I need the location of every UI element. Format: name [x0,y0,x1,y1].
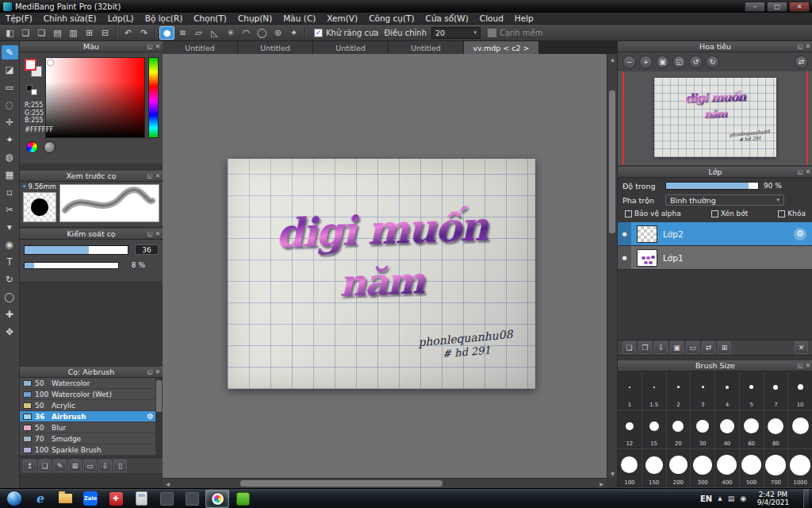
navigator-preview[interactable]: digi muốn năm phonlequanhu08 # hd 291 [618,71,812,165]
marquee-tool[interactable]: ▭ [2,80,18,94]
layer-row-lop2[interactable]: ● Lớp2 ⚙ [618,222,812,246]
visibility-dot-icon[interactable]: ● [618,222,631,245]
move-tool[interactable]: ✛ [2,115,18,129]
layer-opacity-slider[interactable] [665,182,759,190]
tab-untitled-1[interactable]: Untitled [163,41,238,54]
brush-size-option[interactable]: 1.5 [642,371,667,410]
saturation-value-picker[interactable] [45,57,145,138]
edit-brush-icon[interactable]: ✎ [53,460,67,472]
brush-size-slider[interactable] [24,245,128,255]
sparkle-mode-icon[interactable]: ✦ [286,26,301,40]
tab-untitled-2[interactable]: Untitled [238,41,313,54]
scroll-down-icon[interactable]: ▼ [607,468,617,478]
hand-tool[interactable]: ✥ [2,325,18,339]
page-icon[interactable]: ▤ [50,26,65,40]
horizontal-scrollbar[interactable]: ◀ ▶ [163,478,607,488]
menu-filter[interactable]: Bộ lọc(R) [140,13,189,24]
brush-item-smudge[interactable]: 70 Smudge [20,433,163,444]
menu-view[interactable]: Xem(V) [321,13,363,24]
eraser-tool[interactable]: ◪ [2,63,18,77]
brush-settings-gear-icon[interactable]: ⚙ [147,412,154,421]
protect-alpha-checkbox[interactable]: Bảo vệ alpha [625,210,681,217]
show-desktop-button[interactable] [803,489,809,508]
layer-settings-gear-icon[interactable]: ⚙ [794,228,806,241]
brush-size-option[interactable] [788,410,812,449]
menu-color[interactable]: Màu (C) [278,13,321,24]
popout-icon[interactable]: ◱ [147,368,153,375]
menu-cloud[interactable]: Cloud [474,13,509,24]
layer-mask-icon[interactable]: ▣ [670,341,684,354]
taskbar-app-icon-1[interactable] [155,490,178,508]
menu-capture[interactable]: Chụp(N) [232,13,278,24]
tab-active-document[interactable]: vv.mdp < c2 > [464,41,539,54]
brush-item-airbrush[interactable]: 36 Airbrush ⚙ [20,411,163,422]
popout-icon[interactable]: ◱ [798,43,803,50]
taskbar-app-icon-2[interactable] [180,490,204,508]
brush-up-icon[interactable]: ↥ [23,460,36,472]
text-tool[interactable]: T [2,255,18,269]
color-cursor[interactable] [48,60,53,65]
divide-tool[interactable]: ✚ [2,307,18,321]
brush-size-option[interactable]: 10 [788,371,812,410]
brush-folder-icon[interactable]: ▭ [83,460,97,472]
hue-slider[interactable] [148,57,159,138]
taskbar-calculator-icon[interactable] [129,490,153,508]
tray-icon-2[interactable]: ◉ [740,495,746,502]
menu-edit[interactable]: Chỉnh sửa(E) [38,13,102,24]
minimize-button[interactable]: – [745,2,765,12]
delete-brush-icon[interactable]: ▯ [113,460,127,472]
actual-size-icon[interactable]: ◱ [672,56,686,69]
popout-icon[interactable]: ◱ [147,43,153,50]
brush-size-option[interactable]: 5 [740,371,764,410]
scroll-left-icon[interactable]: ◀ [163,479,173,488]
brush-size-option[interactable]: 150 [642,449,667,488]
menu-help[interactable]: Help [509,13,539,24]
brush-size-option[interactable]: 30 [691,410,715,449]
brush-item-watercolor-wet[interactable]: 100 Watercolor (Wet) [20,389,163,400]
shape-tool[interactable]: ◯ [2,290,18,304]
brush-size-option[interactable]: 15 [642,410,667,449]
brush-size-option[interactable]: 500 [740,449,764,488]
default-colors-icon[interactable] [31,89,37,95]
transfer-layer-icon[interactable]: ⇄ [702,341,715,354]
tab-untitled-3[interactable]: Untitled [313,41,389,54]
spray-mode-icon[interactable]: ✳ [223,26,238,40]
snap-mode-icon[interactable]: ⊚ [270,26,285,40]
bucket-tool[interactable]: ◍ [2,150,18,164]
brush-size-option[interactable]: 12 [618,410,642,449]
brush-item-watercolor[interactable]: 50 Watercolor [20,378,163,389]
merge-down-icon[interactable]: ⇩ [654,341,668,354]
close-icon[interactable]: ✕ [155,43,160,50]
brush-size-option[interactable]: 2 [667,371,691,410]
close-icon[interactable]: ✕ [806,168,810,175]
panel-toggle-icon[interactable]: ◧ [2,26,17,40]
language-indicator[interactable]: EN [700,495,712,503]
antialias-checkbox[interactable]: ✓ [314,29,323,37]
polygon-mode-icon[interactable]: ◺ [207,26,222,40]
page-alt-icon[interactable]: ▥ [66,26,81,40]
taskbar-green-app-icon[interactable] [231,490,255,508]
maximize-button[interactable]: ▢ [767,2,787,12]
zoom-in-icon[interactable]: + [639,56,653,69]
scissors-tool[interactable]: ✂ [2,202,18,217]
taskbar-red-app-icon[interactable]: ✚ [104,490,128,508]
undo-icon[interactable]: ↶ [121,26,136,40]
scatter-mode-icon[interactable]: ≋ [175,26,190,40]
brush-size-option[interactable]: 100 [618,449,642,488]
vertical-scrollbar[interactable]: ▲ ▼ [607,54,617,478]
brush-size-option[interactable]: 300 [691,449,715,488]
pen-tool[interactable]: ✎ [2,45,18,60]
fit-screen-icon[interactable]: ▣ [656,56,669,69]
popout-icon[interactable]: ◱ [798,362,803,369]
start-button[interactable] [6,491,22,506]
new-layer-icon[interactable]: ❏ [622,341,636,354]
brush-size-option[interactable]: 1 [618,371,642,410]
brush-size-option[interactable]: 400 [715,449,740,488]
blend-mode-dropdown[interactable]: Bình thường ▾ [665,194,784,206]
softedge-checkbox[interactable] [488,29,496,37]
comment-icon[interactable]: ❑ [18,26,33,40]
layer-material-icon[interactable]: ⊞ [718,341,731,354]
magicwand-tool[interactable]: ✦ [2,133,18,147]
tray-expand-icon[interactable]: ▲ [718,495,722,502]
circle-mode-icon[interactable]: ◯ [255,26,270,40]
